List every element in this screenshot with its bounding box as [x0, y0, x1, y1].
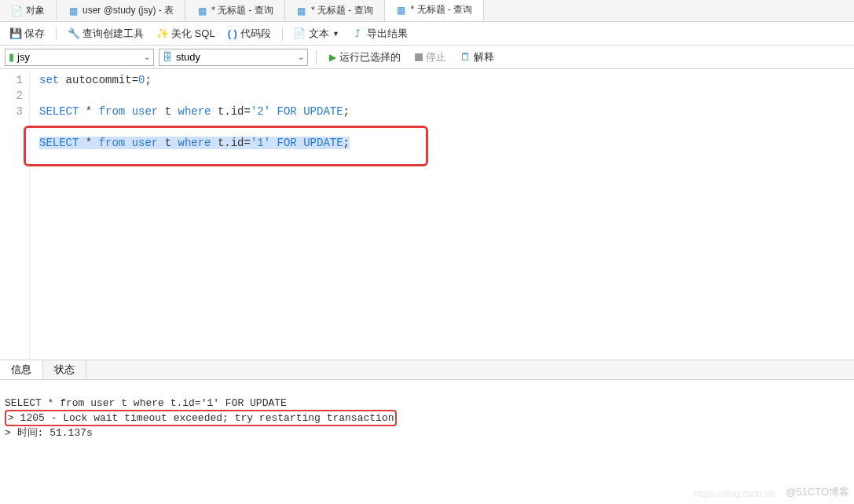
query-icon: ▦ — [396, 5, 407, 16]
save-button[interactable]: 💾 保存 — [5, 25, 49, 42]
save-label: 保存 — [24, 27, 45, 41]
output-query: SELECT * from user t where t.id='1' FOR … — [5, 397, 287, 409]
stop-label: 停止 — [426, 50, 446, 64]
table-icon: ▦ — [68, 5, 79, 16]
stop-icon — [415, 53, 423, 61]
tab-status[interactable]: 状态 — [43, 360, 86, 379]
tab-objects[interactable]: 📄 对象 — [0, 0, 57, 21]
beautify-label: 美化 SQL — [171, 27, 215, 41]
tab-label: user @study (jsy) - 表 — [82, 4, 174, 17]
line-gutter: 123 — [0, 69, 30, 360]
explain-button[interactable]: 🗒 解释 — [456, 49, 499, 66]
divider — [316, 50, 317, 64]
database-icon: 🗄 — [163, 51, 173, 63]
tab-query-1[interactable]: ▦ * 无标题 - 查询 — [185, 0, 285, 21]
connection-value: jsy — [17, 51, 30, 63]
tab-info[interactable]: 信息 — [0, 360, 43, 379]
explain-icon: 🗒 — [460, 51, 471, 63]
divider — [282, 27, 283, 41]
run-selected-button[interactable]: ▶ 运行已选择的 — [324, 49, 405, 66]
chevron-down-icon: ⌄ — [298, 53, 304, 61]
output-panel: SELECT * from user t where t.id='1' FOR … — [0, 380, 854, 443]
beautify-icon: ✨ — [156, 27, 168, 39]
objects-icon: 📄 — [11, 5, 22, 16]
sql-editor[interactable]: 123 set autocommit=0;SELECT * from user … — [0, 69, 854, 360]
tab-table-user[interactable]: ▦ user @study (jsy) - 表 — [57, 0, 185, 21]
divider — [56, 27, 57, 41]
export-icon: ⤴ — [352, 27, 364, 39]
watermark-51cto: @51CTO博客 — [786, 485, 849, 499]
output-error: > 1205 - Lock wait timeout exceeded; try… — [5, 410, 397, 426]
code-content[interactable]: set autocommit=0;SELECT * from user t wh… — [30, 69, 854, 360]
database-dropdown[interactable]: 🗄 study ⌄ — [159, 49, 308, 66]
text-icon: 📄 — [294, 27, 306, 39]
database-value: study — [176, 51, 200, 63]
export-label: 导出结果 — [367, 27, 408, 41]
watermark-csdn: https://blog.csdn.ne — [694, 488, 775, 499]
beautify-sql-button[interactable]: ✨ 美化 SQL — [152, 25, 220, 42]
play-icon: ▶ — [329, 52, 336, 63]
document-tabs: 📄 对象 ▦ user @study (jsy) - 表 ▦ * 无标题 - 查… — [0, 0, 854, 22]
tab-query-2[interactable]: ▦ * 无标题 - 查询 — [285, 0, 385, 21]
stop-button[interactable]: 停止 — [410, 49, 451, 66]
save-icon: 💾 — [9, 27, 21, 39]
tab-label: * 无标题 - 查询 — [211, 4, 273, 17]
connection-dropdown[interactable]: ▮ jsy ⌄ — [5, 49, 154, 66]
query-builder-button[interactable]: 🔧 查询创建工具 — [63, 25, 148, 42]
snippet-label: 代码段 — [240, 27, 271, 41]
connection-icon: ▮ — [9, 51, 14, 63]
query-builder-icon: 🔧 — [68, 27, 79, 39]
tab-query-active[interactable]: ▦ * 无标题 - 查询 — [385, 0, 485, 21]
connection-bar: ▮ jsy ⌄ 🗄 study ⌄ ▶ 运行已选择的 停止 🗒 解释 — [0, 46, 854, 69]
chevron-down-icon: ▼ — [332, 30, 339, 38]
text-label: 文本 — [309, 27, 329, 41]
run-label: 运行已选择的 — [339, 50, 401, 64]
toolbar: 💾 保存 🔧 查询创建工具 ✨ 美化 SQL ( ) 代码段 📄 文本 ▼ ⤴ … — [0, 22, 854, 46]
explain-label: 解释 — [474, 50, 494, 64]
tab-label: 对象 — [26, 4, 45, 17]
chevron-down-icon: ⌄ — [144, 53, 150, 61]
query-icon: ▦ — [196, 5, 207, 16]
query-icon: ▦ — [296, 5, 307, 16]
output-time: > 时间: 51.137s — [5, 427, 93, 439]
tab-label: * 无标题 - 查询 — [311, 4, 373, 17]
code-snippet-button[interactable]: ( ) 代码段 — [223, 25, 276, 42]
tab-label: * 无标题 - 查询 — [411, 3, 473, 16]
paren-icon: ( ) — [228, 27, 237, 39]
query-builder-label: 查询创建工具 — [82, 27, 144, 41]
text-button[interactable]: 📄 文本 ▼ — [289, 25, 344, 42]
output-tabs: 信息 状态 — [0, 360, 854, 380]
export-result-button[interactable]: ⤴ 导出结果 — [347, 25, 412, 42]
